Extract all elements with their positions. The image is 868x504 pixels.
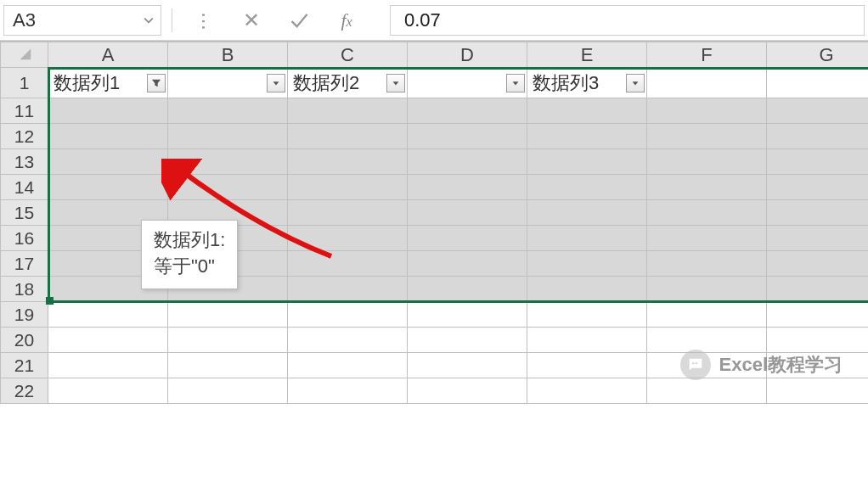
cell[interactable] xyxy=(48,302,168,328)
cell[interactable] xyxy=(647,124,767,149)
cancel-icon[interactable]: ✕ xyxy=(230,5,273,36)
row-header[interactable]: 17 xyxy=(1,251,48,277)
cell[interactable] xyxy=(288,277,408,302)
cell[interactable]: 数据列2 xyxy=(288,68,408,98)
cell[interactable] xyxy=(527,124,647,149)
cell[interactable]: 数据列3 xyxy=(527,68,647,98)
cell[interactable] xyxy=(767,175,869,200)
cell[interactable] xyxy=(48,353,168,378)
chevron-down-icon[interactable] xyxy=(137,6,161,35)
cell[interactable] xyxy=(288,378,408,404)
cell[interactable] xyxy=(767,226,869,251)
row-header[interactable]: 19 xyxy=(1,302,48,328)
cell[interactable] xyxy=(288,353,408,378)
row-header[interactable]: 14 xyxy=(1,175,48,200)
row-header[interactable]: 21 xyxy=(1,353,48,378)
filter-dropdown-icon[interactable] xyxy=(267,74,285,92)
cell[interactable] xyxy=(767,251,869,277)
row-header[interactable]: 11 xyxy=(1,98,48,124)
cell[interactable] xyxy=(647,149,767,175)
cell[interactable] xyxy=(48,175,168,200)
cell[interactable] xyxy=(408,353,527,378)
col-header-E[interactable]: E xyxy=(527,42,647,68)
col-header-A[interactable]: A xyxy=(48,42,168,68)
cell[interactable] xyxy=(288,124,408,149)
filter-dropdown-icon[interactable] xyxy=(386,74,405,92)
cell[interactable] xyxy=(647,226,767,251)
row-header[interactable]: 16 xyxy=(1,226,48,251)
cell[interactable] xyxy=(288,328,408,353)
cell[interactable] xyxy=(168,149,288,175)
cell[interactable] xyxy=(288,302,408,328)
col-header-B[interactable]: B xyxy=(168,42,288,68)
cell[interactable] xyxy=(408,328,527,353)
cell[interactable] xyxy=(288,98,408,124)
cell[interactable] xyxy=(168,175,288,200)
cell[interactable] xyxy=(647,251,767,277)
cell[interactable]: 数据列1 xyxy=(48,68,168,98)
cell[interactable] xyxy=(48,98,168,124)
filter-dropdown-icon[interactable] xyxy=(626,74,645,92)
fx-icon[interactable]: fx xyxy=(325,5,368,36)
cell[interactable] xyxy=(527,175,647,200)
cell[interactable] xyxy=(168,68,288,98)
cell[interactable] xyxy=(767,98,869,124)
row-header[interactable]: 1 xyxy=(1,68,48,98)
cell[interactable] xyxy=(527,328,647,353)
cell[interactable] xyxy=(168,378,288,404)
cell[interactable] xyxy=(408,124,527,149)
row-header[interactable]: 13 xyxy=(1,149,48,175)
cell[interactable] xyxy=(408,68,527,98)
cell[interactable] xyxy=(408,98,527,124)
cell[interactable] xyxy=(527,353,647,378)
cell[interactable] xyxy=(168,328,288,353)
cell[interactable] xyxy=(408,378,527,404)
cell[interactable] xyxy=(168,353,288,378)
row-header[interactable]: 18 xyxy=(1,277,48,302)
cell[interactable] xyxy=(48,124,168,149)
cell[interactable] xyxy=(408,251,527,277)
cell[interactable] xyxy=(767,302,869,328)
cell[interactable] xyxy=(527,98,647,124)
cell[interactable] xyxy=(408,226,527,251)
more-icon[interactable]: ⋯ xyxy=(183,5,225,36)
row-header[interactable]: 15 xyxy=(1,200,48,226)
cell[interactable] xyxy=(168,302,288,328)
cell[interactable] xyxy=(767,124,869,149)
cell[interactable] xyxy=(288,175,408,200)
col-header-F[interactable]: F xyxy=(647,42,767,68)
cell[interactable] xyxy=(168,98,288,124)
cell[interactable] xyxy=(527,251,647,277)
cell[interactable] xyxy=(527,149,647,175)
cell[interactable] xyxy=(647,277,767,302)
cell[interactable] xyxy=(48,378,168,404)
cell[interactable] xyxy=(527,378,647,404)
cell[interactable] xyxy=(288,251,408,277)
cell[interactable] xyxy=(48,149,168,175)
cell[interactable] xyxy=(647,175,767,200)
row-header[interactable]: 22 xyxy=(1,378,48,404)
cell[interactable] xyxy=(767,328,869,353)
filter-active-icon[interactable] xyxy=(147,74,166,92)
cell[interactable] xyxy=(527,277,647,302)
spreadsheet-grid[interactable]: A B C D E F G 1数据列1数据列2数据列31112131415161… xyxy=(0,41,868,404)
cell[interactable] xyxy=(527,302,647,328)
select-all-corner[interactable] xyxy=(1,42,48,68)
cell[interactable] xyxy=(647,378,767,404)
cell[interactable] xyxy=(527,226,647,251)
col-header-D[interactable]: D xyxy=(408,42,527,68)
row-header[interactable]: 12 xyxy=(1,124,48,149)
cell[interactable] xyxy=(647,328,767,353)
cell[interactable] xyxy=(647,68,767,98)
cell[interactable] xyxy=(527,200,647,226)
cell[interactable] xyxy=(288,226,408,251)
cell[interactable] xyxy=(647,98,767,124)
cell[interactable] xyxy=(408,149,527,175)
cell[interactable] xyxy=(767,277,869,302)
formula-input[interactable]: 0.07 xyxy=(390,5,865,36)
cell[interactable] xyxy=(767,378,869,404)
cell[interactable] xyxy=(767,68,869,98)
col-header-C[interactable]: C xyxy=(288,42,408,68)
cell[interactable] xyxy=(48,328,168,353)
cell[interactable] xyxy=(767,149,869,175)
